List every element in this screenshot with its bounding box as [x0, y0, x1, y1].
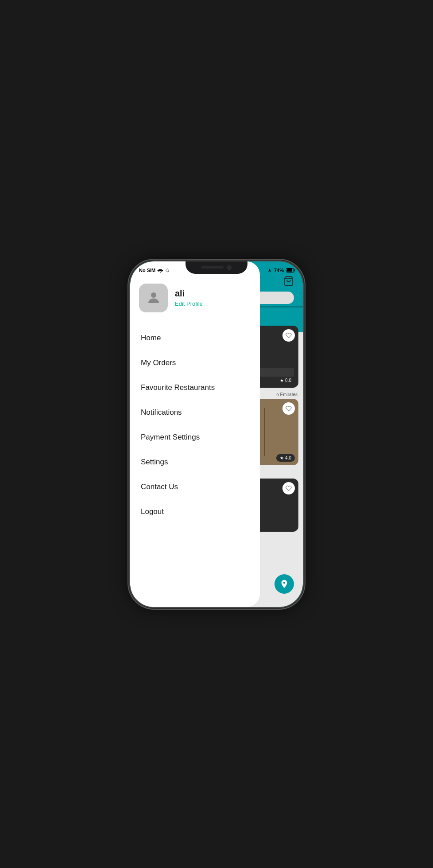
status-left: No SIM	[139, 268, 170, 273]
phone-frame: 021foods 170	[130, 261, 303, 607]
menu-item-payment-settings[interactable]: Payment Settings	[130, 425, 260, 450]
profile-info: ali Edit Profile	[175, 288, 203, 307]
status-right: 74%	[267, 268, 294, 273]
rating-badge-2: ★ 4.0	[276, 454, 295, 462]
navigation-drawer[interactable]: ali Edit Profile Home My Orders Favourit…	[130, 261, 260, 607]
menu-item-my-orders[interactable]: My Orders	[130, 350, 260, 375]
profile-username: ali	[175, 288, 203, 299]
battery-percentage: 74%	[274, 268, 284, 273]
favourite-btn-3[interactable]	[282, 482, 295, 494]
menu-item-settings[interactable]: Settings	[130, 450, 260, 475]
rating-badge-1: ★ 0.0	[276, 377, 295, 384]
loading-icon	[165, 268, 170, 272]
avatar	[139, 284, 168, 312]
cart-button-bg[interactable]	[283, 276, 294, 288]
notch	[186, 261, 247, 274]
favourite-btn-1[interactable]	[282, 329, 295, 342]
menu-item-favourite-restaurants[interactable]: Favourite Restaurants	[130, 375, 260, 400]
phone-screen: 021foods 170	[130, 261, 303, 607]
speaker	[201, 266, 224, 269]
menu-item-notifications[interactable]: Notifications	[130, 400, 260, 425]
location-text-1: o Emirates	[276, 392, 298, 397]
front-camera	[227, 265, 232, 270]
carrier-label: No SIM	[139, 268, 155, 273]
svg-point-2	[151, 292, 156, 298]
svg-point-1	[160, 272, 161, 272]
menu-item-logout[interactable]: Logout	[130, 499, 260, 524]
favourite-btn-2[interactable]	[282, 402, 295, 415]
menu-list: Home My Orders Favourite Restaurants Not…	[130, 321, 260, 529]
edit-profile-button[interactable]: Edit Profile	[175, 300, 203, 307]
location-fab[interactable]	[274, 574, 294, 594]
menu-item-contact-us[interactable]: Contact Us	[130, 475, 260, 499]
nav-arrow-icon	[267, 268, 272, 272]
wifi-icon	[157, 268, 163, 272]
menu-item-home[interactable]: Home	[130, 326, 260, 350]
person-icon	[146, 290, 162, 306]
battery-icon	[286, 268, 294, 272]
